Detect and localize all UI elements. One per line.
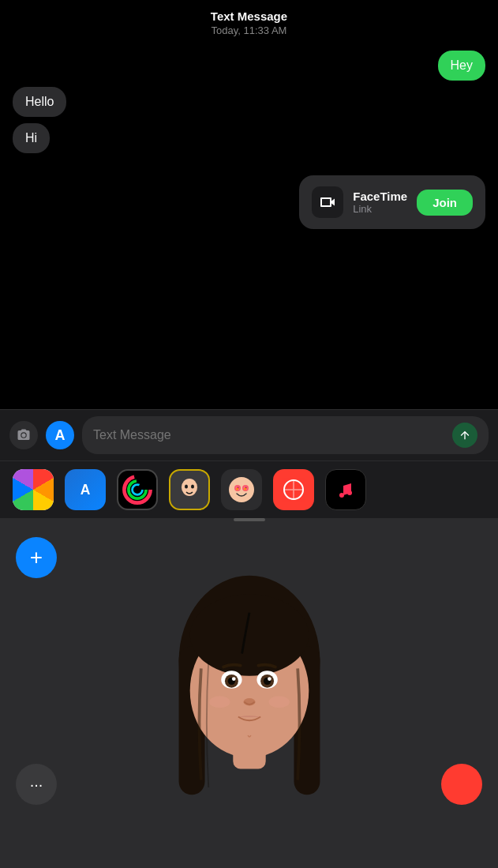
message-header: Text Message Today, 11:33 AM [0,0,498,43]
drag-handle[interactable] [234,518,265,521]
header-title: Text Message [0,9,498,23]
svg-point-33 [231,677,235,681]
camera-button[interactable] [9,421,38,449]
svg-point-19 [339,493,344,498]
memoji-avatar [155,572,344,825]
message-bubble-incoming-1: Hello [13,87,66,117]
memoji-content [0,528,498,868]
facetime-info: FaceTime Link [353,190,407,215]
send-button[interactable] [452,423,477,448]
svg-text:★: ★ [243,487,247,491]
input-bar: A [0,409,498,460]
svg-point-6 [191,485,194,489]
header-subtitle: Today, 11:33 AM [0,24,498,36]
app-tray: A ★ ★ [0,460,498,518]
tray-animoji-icon[interactable]: ★ ★ [221,469,262,510]
tray-music-icon[interactable] [325,469,366,510]
text-message-input[interactable] [93,428,447,442]
svg-point-5 [185,485,188,489]
facetime-name: FaceTime [353,190,407,203]
facetime-card: FaceTime Link Join [299,175,485,229]
facetime-link: Link [353,203,407,215]
plus-icon: + [30,545,43,570]
svg-point-20 [347,490,352,495]
add-button[interactable]: + [16,537,57,578]
record-button[interactable] [441,764,482,805]
svg-point-36 [209,696,230,708]
facetime-join-button[interactable]: Join [417,190,473,216]
tray-photos-icon[interactable] [13,469,54,510]
messages-area: Hey Hello Hi FaceTime Link Join [0,43,498,237]
text-input-wrapper [82,416,489,454]
tray-memoji-sticker-icon[interactable] [169,469,210,510]
more-options-button[interactable]: ··· [16,764,57,805]
tray-safari-icon[interactable] [273,469,314,510]
svg-point-34 [268,677,271,681]
apps-button[interactable]: A [46,421,74,449]
svg-point-8 [229,477,254,502]
message-bubble-outgoing: Hey [438,51,485,81]
tray-appstore-icon[interactable]: A [65,469,106,510]
message-bubble-incoming-2: Hi [13,123,50,153]
svg-text:A: A [81,482,91,498]
svg-point-3 [133,485,143,495]
facetime-video-icon [312,186,343,218]
dots-icon: ··· [30,776,43,794]
apps-icon: A [55,427,66,444]
svg-text:★: ★ [235,487,239,491]
svg-point-37 [268,696,289,708]
tray-fitness-icon[interactable] [117,469,158,510]
memoji-panel [0,512,498,868]
